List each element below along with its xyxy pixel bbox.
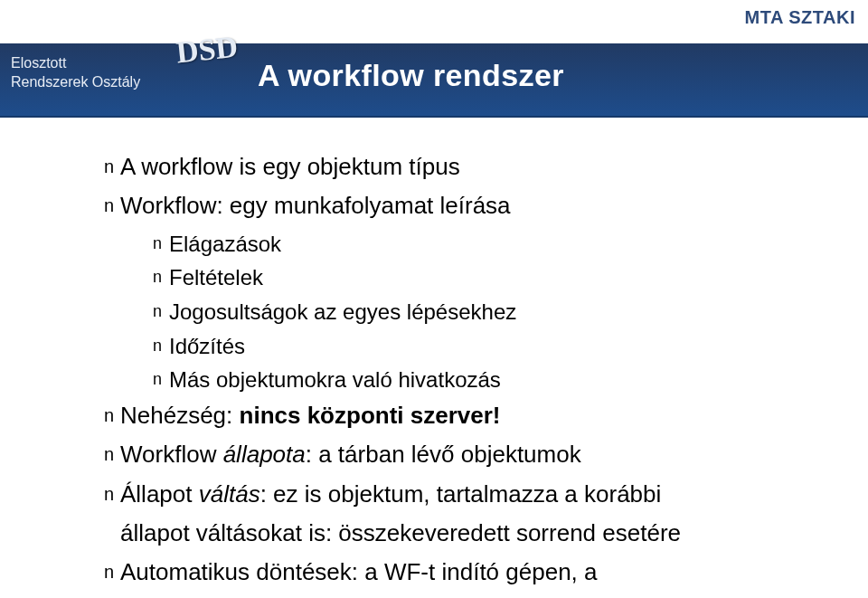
org-name: MTA SZTAKI: [745, 7, 855, 28]
bullet-icon: n: [104, 191, 120, 218]
list-item: n Workflow állapota: a tárban lévő objek…: [104, 440, 832, 470]
dsd-badge: DSD: [175, 30, 240, 71]
sub-list: n Elágazások n Feltételek n Jogosultságo…: [153, 231, 832, 395]
list-item: n Jogosultságok az egyes lépésekhez: [153, 299, 832, 327]
list-item: n A workflow is egy objektum típus: [104, 152, 832, 182]
content-area: n A workflow is egy objektum típus n Wor…: [104, 152, 832, 598]
list-item-text: Elágazások: [169, 231, 832, 259]
bullet-icon: n: [153, 231, 169, 254]
list-item-text: Jogosultságok az egyes lépésekhez: [169, 299, 832, 327]
text-fragment: Nehézség:: [120, 402, 240, 429]
bullet-icon: n: [153, 333, 169, 356]
list-item-text: Feltételek: [169, 264, 832, 292]
italic-text: váltás: [199, 480, 260, 508]
list-item: n Időzítés: [153, 333, 832, 361]
emphasized-text: nincs központi szerver!: [240, 402, 501, 429]
list-item-text: Időzítés: [169, 333, 832, 361]
list-item: n Nehézség: nincs központi szerver!: [104, 401, 832, 431]
list-item: n Feltételek: [153, 264, 832, 292]
department-label: Elosztott Rendszerek Osztály: [11, 54, 140, 92]
list-item: n Más objektumokra való hivatkozás: [153, 366, 832, 394]
bullet-icon: n: [153, 264, 169, 288]
list-item-continuation: állapot váltásokat is: összekeveredett s…: [104, 518, 832, 548]
list-item-text: Workflow: egy munkafolyamat leírása: [120, 191, 832, 221]
list-item: n Automatikus döntések: a WF-t indító gé…: [104, 557, 832, 587]
text-fragment: : a tárban lévő objektumok: [306, 441, 581, 468]
list-item-text: Nehézség: nincs központi szerver!: [120, 401, 832, 431]
dept-line2: Rendszerek Osztály: [11, 74, 140, 90]
italic-text: állapota: [223, 441, 306, 468]
text-fragment: Állapot: [120, 480, 199, 508]
list-item: n Workflow: egy munkafolyamat leírása: [104, 191, 832, 221]
slide-title: A workflow rendszer: [258, 58, 564, 93]
list-item-text: Más objektumokra való hivatkozás: [169, 366, 832, 394]
bullet-icon: n: [104, 440, 120, 467]
slide: MTA SZTAKI Elosztott Rendszerek Osztály …: [0, 0, 868, 598]
text-fragment: : ez is objektum, tartalmazza a korábbi: [260, 480, 662, 508]
list-item: n Elágazások: [153, 231, 832, 259]
bullet-icon: n: [104, 479, 120, 507]
bullet-icon: n: [153, 299, 169, 322]
list-item-text: A workflow is egy objektum típus: [120, 152, 832, 182]
list-item: n Állapot váltás: ez is objektum, tartal…: [104, 479, 832, 509]
list-item-text: állapot váltásokat is: összekeveredett s…: [120, 518, 832, 548]
list-item-text: Workflow állapota: a tárban lévő objektu…: [120, 440, 832, 470]
bullet-icon: n: [104, 152, 120, 179]
bullet-icon: n: [104, 557, 120, 584]
text-fragment: Workflow: [120, 441, 223, 468]
bullet-icon: n: [153, 366, 169, 390]
bullet-spacer: [104, 518, 120, 546]
list-item-text: Automatikus döntések: a WF-t indító gépe…: [120, 557, 832, 587]
list-item-text: Állapot váltás: ez is objektum, tartalma…: [120, 479, 832, 509]
bullet-icon: n: [104, 401, 120, 428]
dept-line1: Elosztott: [11, 55, 66, 71]
